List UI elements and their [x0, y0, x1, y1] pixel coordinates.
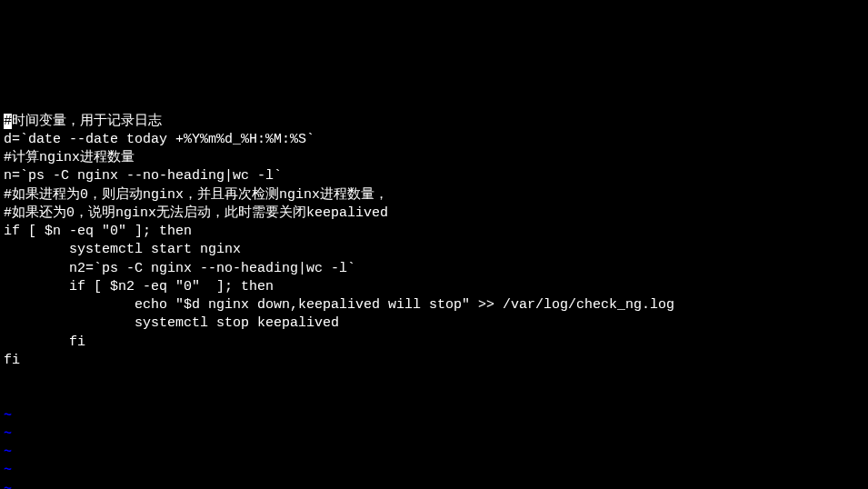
- empty-line-tilde: ~: [4, 462, 864, 480]
- empty-line-tilde: ~: [4, 407, 864, 425]
- editor-content[interactable]: #时间变量，用于记录日志d=`date --date today +%Y%m%d…: [4, 113, 864, 371]
- code-line[interactable]: systemctl stop keepalived: [4, 314, 864, 333]
- code-line[interactable]: #如果进程为0，则启动nginx，并且再次检测nginx进程数量，: [4, 186, 864, 205]
- code-line[interactable]: fi: [4, 334, 864, 352]
- cursor: #: [4, 114, 12, 129]
- code-line[interactable]: #如果还为0，说明nginx无法启动，此时需要关闭keepalived: [4, 205, 864, 223]
- empty-line-tilde: ~: [4, 444, 864, 462]
- empty-line-tilde: ~: [4, 425, 864, 444]
- terminal-editor[interactable]: #时间变量，用于记录日志d=`date --date today +%Y%m%d…: [0, 74, 868, 489]
- code-line[interactable]: if [ $n2 -eq "0" ]; then: [4, 278, 864, 296]
- code-line[interactable]: d=`date --date today +%Y%m%d_%H:%M:%S`: [4, 131, 864, 149]
- editor-empty-lines: ~~~~~~~~~~~~: [4, 407, 864, 490]
- code-line[interactable]: #计算nginx进程数量: [4, 149, 864, 167]
- empty-line-tilde: ~: [4, 481, 864, 490]
- code-line[interactable]: fi: [4, 352, 864, 370]
- code-line[interactable]: #时间变量，用于记录日志: [4, 113, 864, 131]
- code-line[interactable]: echo "$d nginx down,keepalived will stop…: [4, 296, 864, 314]
- code-line[interactable]: systemctl start nginx: [4, 241, 864, 259]
- code-line[interactable]: if [ $n -eq "0" ]; then: [4, 223, 864, 241]
- code-line[interactable]: n2=`ps -C nginx --no-heading|wc -l`: [4, 260, 864, 278]
- code-line[interactable]: n=`ps -C nginx --no-heading|wc -l`: [4, 167, 864, 185]
